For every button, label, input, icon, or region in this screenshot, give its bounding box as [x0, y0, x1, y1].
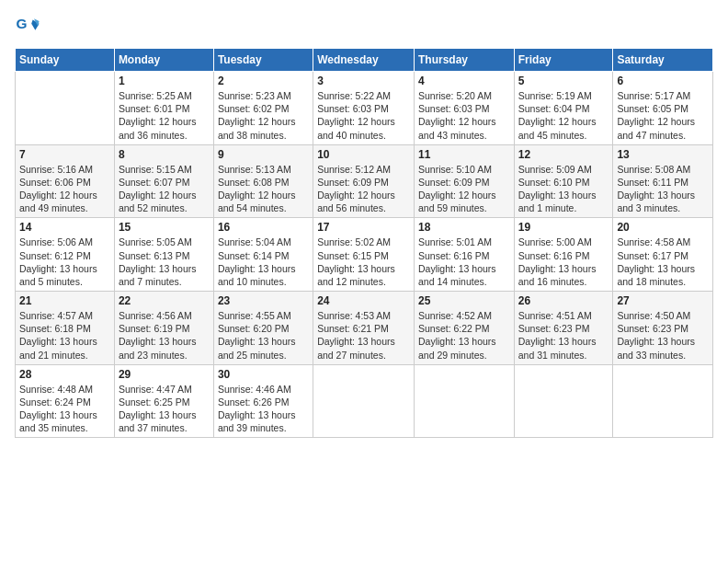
day-number: 2	[218, 75, 309, 87]
calendar-cell: 9Sunrise: 5:13 AMSunset: 6:08 PMDaylight…	[213, 144, 313, 218]
day-header-friday: Friday	[514, 49, 613, 72]
calendar-cell	[613, 364, 713, 438]
day-info: Sunrise: 5:17 AMSunset: 6:05 PMDaylight:…	[617, 89, 709, 142]
calendar-week-row: 7Sunrise: 5:16 AMSunset: 6:06 PMDaylight…	[16, 144, 713, 218]
days-header-row: SundayMondayTuesdayWednesdayThursdayFrid…	[16, 49, 713, 72]
calendar-cell: 26Sunrise: 4:51 AMSunset: 6:23 PMDayligh…	[514, 292, 613, 365]
header: G	[15, 15, 713, 40]
day-info: Sunrise: 5:05 AMSunset: 6:13 PMDaylight:…	[119, 236, 210, 288]
day-number: 14	[19, 221, 110, 234]
day-number: 27	[617, 294, 709, 307]
calendar-cell: 5Sunrise: 5:19 AMSunset: 6:04 PMDaylight…	[514, 72, 613, 145]
day-info: Sunrise: 4:46 AMSunset: 6:26 PMDaylight:…	[218, 383, 309, 435]
calendar-cell	[514, 364, 613, 438]
day-info: Sunrise: 5:22 AMSunset: 6:03 PMDaylight:…	[317, 89, 410, 142]
calendar-cell: 15Sunrise: 5:05 AMSunset: 6:13 PMDayligh…	[114, 218, 213, 292]
day-info: Sunrise: 5:00 AMSunset: 6:16 PMDaylight:…	[518, 236, 609, 288]
day-header-monday: Monday	[114, 49, 213, 72]
day-number: 17	[317, 221, 410, 234]
day-number: 20	[617, 221, 709, 234]
day-info: Sunrise: 4:52 AMSunset: 6:22 PMDaylight:…	[418, 309, 510, 362]
day-info: Sunrise: 5:16 AMSunset: 6:06 PMDaylight:…	[19, 163, 110, 215]
day-info: Sunrise: 5:23 AMSunset: 6:02 PMDaylight:…	[218, 89, 309, 142]
logo-icon: G	[15, 15, 40, 40]
calendar-cell: 1Sunrise: 5:25 AMSunset: 6:01 PMDaylight…	[114, 72, 213, 145]
calendar-cell	[16, 72, 115, 145]
day-number: 26	[518, 294, 609, 307]
calendar-week-row: 21Sunrise: 4:57 AMSunset: 6:18 PMDayligh…	[16, 292, 713, 365]
day-info: Sunrise: 4:48 AMSunset: 6:24 PMDaylight:…	[19, 383, 110, 435]
day-number: 11	[418, 148, 510, 161]
calendar-cell: 13Sunrise: 5:08 AMSunset: 6:11 PMDayligh…	[613, 144, 713, 218]
svg-text:G: G	[16, 16, 27, 31]
calendar-cell: 7Sunrise: 5:16 AMSunset: 6:06 PMDaylight…	[16, 144, 115, 218]
day-number: 29	[119, 368, 210, 381]
day-number: 8	[119, 148, 210, 161]
day-number: 16	[218, 221, 309, 234]
day-number: 9	[218, 148, 309, 161]
calendar-cell: 20Sunrise: 4:58 AMSunset: 6:17 PMDayligh…	[613, 218, 713, 292]
page-container: G SundayMondayTuesdayWednesdayThursdayFr…	[0, 0, 728, 447]
calendar-cell: 28Sunrise: 4:48 AMSunset: 6:24 PMDayligh…	[16, 364, 115, 438]
calendar-week-row: 1Sunrise: 5:25 AMSunset: 6:01 PMDaylight…	[16, 72, 713, 145]
day-info: Sunrise: 5:01 AMSunset: 6:16 PMDaylight:…	[418, 236, 510, 288]
day-number: 21	[19, 294, 110, 307]
calendar-cell: 4Sunrise: 5:20 AMSunset: 6:03 PMDaylight…	[414, 72, 514, 145]
day-info: Sunrise: 5:02 AMSunset: 6:15 PMDaylight:…	[317, 236, 410, 288]
calendar-cell: 12Sunrise: 5:09 AMSunset: 6:10 PMDayligh…	[514, 144, 613, 218]
day-info: Sunrise: 5:20 AMSunset: 6:03 PMDaylight:…	[418, 89, 510, 142]
calendar-cell: 2Sunrise: 5:23 AMSunset: 6:02 PMDaylight…	[213, 72, 313, 145]
day-info: Sunrise: 4:57 AMSunset: 6:18 PMDaylight:…	[19, 309, 110, 362]
day-number: 1	[119, 75, 210, 87]
day-number: 25	[418, 294, 510, 307]
day-info: Sunrise: 4:55 AMSunset: 6:20 PMDaylight:…	[218, 309, 309, 362]
day-info: Sunrise: 4:51 AMSunset: 6:23 PMDaylight:…	[518, 309, 609, 362]
day-number: 15	[119, 221, 210, 234]
day-info: Sunrise: 5:19 AMSunset: 6:04 PMDaylight:…	[518, 89, 609, 142]
day-header-saturday: Saturday	[613, 49, 713, 72]
calendar-week-row: 28Sunrise: 4:48 AMSunset: 6:24 PMDayligh…	[16, 364, 713, 438]
calendar-cell: 18Sunrise: 5:01 AMSunset: 6:16 PMDayligh…	[414, 218, 514, 292]
day-info: Sunrise: 4:58 AMSunset: 6:17 PMDaylight:…	[617, 236, 709, 288]
day-number: 6	[617, 75, 709, 87]
calendar-cell: 14Sunrise: 5:06 AMSunset: 6:12 PMDayligh…	[16, 218, 115, 292]
day-number: 22	[119, 294, 210, 307]
day-info: Sunrise: 4:56 AMSunset: 6:19 PMDaylight:…	[119, 309, 210, 362]
day-header-thursday: Thursday	[414, 49, 514, 72]
day-info: Sunrise: 5:06 AMSunset: 6:12 PMDaylight:…	[19, 236, 110, 288]
day-info: Sunrise: 4:53 AMSunset: 6:21 PMDaylight:…	[317, 309, 410, 362]
calendar-cell: 22Sunrise: 4:56 AMSunset: 6:19 PMDayligh…	[114, 292, 213, 365]
day-header-sunday: Sunday	[16, 49, 115, 72]
calendar-cell: 23Sunrise: 4:55 AMSunset: 6:20 PMDayligh…	[213, 292, 313, 365]
calendar-week-row: 14Sunrise: 5:06 AMSunset: 6:12 PMDayligh…	[16, 218, 713, 292]
day-info: Sunrise: 5:15 AMSunset: 6:07 PMDaylight:…	[119, 163, 210, 215]
calendar-cell	[313, 364, 415, 438]
day-number: 24	[317, 294, 410, 307]
day-number: 3	[317, 75, 410, 87]
calendar-cell: 29Sunrise: 4:47 AMSunset: 6:25 PMDayligh…	[114, 364, 213, 438]
calendar-body: 1Sunrise: 5:25 AMSunset: 6:01 PMDaylight…	[16, 72, 713, 438]
day-info: Sunrise: 4:50 AMSunset: 6:23 PMDaylight:…	[617, 309, 709, 362]
calendar-cell: 16Sunrise: 5:04 AMSunset: 6:14 PMDayligh…	[213, 218, 313, 292]
day-number: 18	[418, 221, 510, 234]
day-number: 7	[19, 148, 110, 161]
calendar-cell: 8Sunrise: 5:15 AMSunset: 6:07 PMDaylight…	[114, 144, 213, 218]
day-info: Sunrise: 5:09 AMSunset: 6:10 PMDaylight:…	[518, 163, 609, 215]
calendar-header: SundayMondayTuesdayWednesdayThursdayFrid…	[16, 49, 713, 72]
day-number: 10	[317, 148, 410, 161]
calendar-cell: 11Sunrise: 5:10 AMSunset: 6:09 PMDayligh…	[414, 144, 514, 218]
calendar-table: SundayMondayTuesdayWednesdayThursdayFrid…	[15, 48, 713, 438]
calendar-cell: 24Sunrise: 4:53 AMSunset: 6:21 PMDayligh…	[313, 292, 415, 365]
day-info: Sunrise: 5:08 AMSunset: 6:11 PMDaylight:…	[617, 163, 709, 215]
logo: G	[15, 15, 42, 40]
calendar-cell: 19Sunrise: 5:00 AMSunset: 6:16 PMDayligh…	[514, 218, 613, 292]
day-info: Sunrise: 5:13 AMSunset: 6:08 PMDaylight:…	[218, 163, 309, 215]
day-info: Sunrise: 5:04 AMSunset: 6:14 PMDaylight:…	[218, 236, 309, 288]
day-info: Sunrise: 5:25 AMSunset: 6:01 PMDaylight:…	[119, 89, 210, 142]
day-info: Sunrise: 5:10 AMSunset: 6:09 PMDaylight:…	[418, 163, 510, 215]
calendar-cell: 17Sunrise: 5:02 AMSunset: 6:15 PMDayligh…	[313, 218, 415, 292]
day-number: 28	[19, 368, 110, 381]
calendar-cell: 30Sunrise: 4:46 AMSunset: 6:26 PMDayligh…	[213, 364, 313, 438]
day-info: Sunrise: 5:12 AMSunset: 6:09 PMDaylight:…	[317, 163, 410, 215]
calendar-cell	[414, 364, 514, 438]
